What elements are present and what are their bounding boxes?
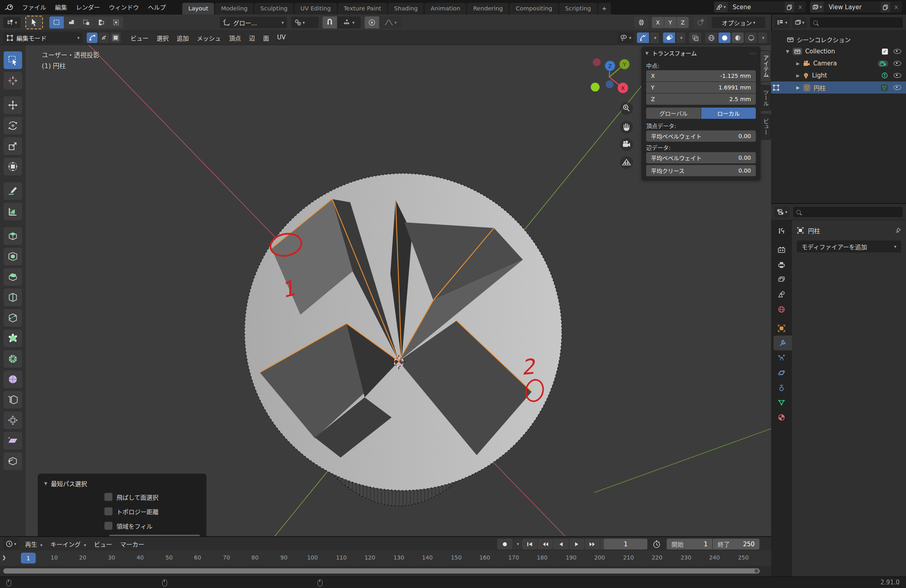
axis-neg-y-ball[interactable] bbox=[591, 83, 600, 92]
record-button[interactable] bbox=[497, 539, 512, 549]
tool-select-box[interactable] bbox=[4, 51, 22, 69]
menu-render[interactable]: レンダー bbox=[71, 3, 104, 11]
collapse-icon[interactable]: ▼ bbox=[44, 481, 47, 486]
proportional-edit-toggle[interactable] bbox=[365, 16, 379, 28]
stopwatch-icon[interactable] bbox=[652, 540, 661, 549]
collection-checkbox[interactable]: ✓ bbox=[882, 49, 888, 55]
tab-layout[interactable]: Layout bbox=[182, 3, 214, 14]
collapse-icon[interactable]: ▼ bbox=[645, 51, 649, 55]
tab-object-data[interactable] bbox=[771, 395, 792, 410]
axis-neg-z-ball[interactable] bbox=[606, 80, 614, 88]
tab-output[interactable] bbox=[771, 257, 792, 272]
visibility-eye-icon[interactable] bbox=[894, 85, 901, 90]
tool-shear[interactable] bbox=[4, 432, 22, 450]
menu-uv[interactable]: UV bbox=[273, 34, 290, 42]
tool-loop-cut[interactable] bbox=[4, 289, 22, 306]
scene-browse-button[interactable]: ▾ bbox=[714, 2, 728, 12]
menu-file[interactable]: ファイル bbox=[18, 3, 51, 11]
vertex-bevel-weight-field[interactable]: 平均ベベルウェイト 0.00 bbox=[646, 130, 756, 142]
pan-button[interactable] bbox=[620, 121, 633, 134]
pivot-point-dropdown[interactable]: ▾ bbox=[291, 17, 318, 28]
menu-add[interactable]: 追加 bbox=[173, 34, 193, 42]
median-y-field[interactable]: Y 1.6991 mm bbox=[646, 82, 756, 93]
disclosure-icon[interactable]: ▶ bbox=[795, 85, 801, 90]
tab-animation[interactable]: Animation bbox=[424, 3, 466, 14]
properties-search-input[interactable] bbox=[793, 207, 903, 217]
tool-settings-dropdown[interactable]: ▾ bbox=[3, 17, 20, 28]
tab-material[interactable] bbox=[771, 410, 792, 425]
mirror-y-button[interactable]: Y bbox=[664, 17, 676, 28]
sidebar-tab-item[interactable]: アイテム bbox=[761, 51, 771, 82]
vertex-select-button[interactable] bbox=[87, 33, 98, 43]
timeline-scrollbar[interactable] bbox=[3, 568, 760, 574]
frame-start-field[interactable]: 開始 1 bbox=[667, 539, 712, 549]
tool-poly-build[interactable] bbox=[4, 330, 22, 347]
timeline-ruler[interactable]: ❯ 1 10 20 30 40 50 60 70 80 90 100 110 1… bbox=[0, 551, 771, 566]
outliner-row-collection[interactable]: ▼ Collection ✓ bbox=[771, 45, 906, 57]
tab-rendering[interactable]: Rendering bbox=[467, 3, 509, 14]
tab-modifiers[interactable] bbox=[773, 336, 792, 350]
menu-select[interactable]: 選択 bbox=[153, 34, 173, 42]
tab-shading[interactable]: Shading bbox=[388, 3, 424, 14]
select-mode-intersect-button[interactable] bbox=[109, 16, 123, 28]
menu-marker[interactable]: マーカー bbox=[116, 540, 148, 548]
tab-uv-editing[interactable]: UV Editing bbox=[294, 3, 337, 14]
tab-texture-paint[interactable]: Texture Paint bbox=[338, 3, 388, 14]
mirror-icon[interactable] bbox=[634, 16, 649, 28]
overlays-toggle[interactable] bbox=[663, 33, 675, 43]
pin-icon[interactable] bbox=[895, 227, 901, 234]
tab-scripting[interactable]: Scripting bbox=[559, 3, 597, 14]
mode-dropdown[interactable]: 編集モード ▾ bbox=[3, 32, 83, 43]
tab-tool[interactable] bbox=[771, 224, 792, 238]
play-reverse-button[interactable] bbox=[553, 539, 569, 549]
mirror-z-button[interactable]: Z bbox=[677, 17, 689, 28]
tab-scene[interactable] bbox=[771, 287, 792, 302]
tab-modeling[interactable]: Modeling bbox=[215, 3, 253, 14]
navigation-gizmo[interactable]: Z Y X bbox=[582, 49, 646, 173]
tab-physics[interactable] bbox=[771, 365, 792, 380]
global-button[interactable]: グローバル bbox=[646, 108, 701, 119]
mirror-x-button[interactable]: X bbox=[652, 17, 664, 28]
disclosure-icon[interactable]: ▶ bbox=[795, 61, 801, 66]
snap-base-icon[interactable] bbox=[693, 16, 708, 28]
tool-rotate[interactable] bbox=[4, 117, 22, 134]
tool-smooth[interactable] bbox=[4, 370, 22, 388]
ortho-toggle-button[interactable] bbox=[620, 156, 633, 169]
faces-skip-checkbox[interactable] bbox=[104, 493, 112, 501]
tool-move[interactable] bbox=[4, 96, 22, 114]
local-button[interactable]: ローカル bbox=[701, 108, 756, 119]
play-button[interactable] bbox=[569, 539, 584, 549]
snap-toggle[interactable] bbox=[322, 16, 337, 28]
frame-end-field[interactable]: 終了 250 bbox=[713, 539, 759, 549]
options-dropdown[interactable]: オプション ▾ bbox=[712, 17, 765, 28]
playhead-badge[interactable]: 1 bbox=[21, 553, 36, 564]
overlays-dropdown[interactable]: ▾ bbox=[676, 33, 685, 43]
current-frame-field[interactable]: 1 bbox=[604, 539, 647, 549]
menu-view-timeline[interactable]: ビュー bbox=[90, 540, 116, 548]
snap-settings-dropdown[interactable]: ▾ bbox=[337, 16, 361, 28]
sidebar-tab-tool[interactable]: ツール bbox=[761, 85, 771, 111]
active-tool-button[interactable] bbox=[25, 16, 43, 29]
unlink-scene-icon[interactable]: × bbox=[794, 4, 806, 11]
light-data-icon[interactable] bbox=[882, 72, 888, 79]
tool-cursor[interactable] bbox=[4, 72, 22, 90]
scene-name[interactable]: Scene bbox=[728, 4, 785, 11]
shading-rendered-button[interactable] bbox=[745, 33, 757, 43]
shading-solid-button[interactable] bbox=[718, 33, 731, 43]
select-mode-new-button[interactable] bbox=[49, 16, 64, 28]
edge-select-button[interactable] bbox=[98, 33, 109, 43]
mesh-data-icon[interactable]: ▽ bbox=[881, 84, 888, 91]
transform-orientation-dropdown[interactable]: グロー... ▾ bbox=[220, 17, 287, 28]
expand-arrow-icon[interactable]: ❯ bbox=[2, 555, 6, 560]
tab-render[interactable] bbox=[771, 242, 792, 257]
outliner-row-scene-collection[interactable]: シーンコレクション bbox=[771, 33, 906, 45]
menu-keying[interactable]: キーイング ▾ bbox=[47, 540, 90, 548]
select-mode-extend-button[interactable] bbox=[64, 16, 79, 28]
tab-compositing[interactable]: Compositing bbox=[510, 3, 558, 14]
select-mode-invert-button[interactable] bbox=[94, 16, 108, 28]
menu-playback[interactable]: 再生 ▾ bbox=[21, 540, 47, 548]
sidebar-tab-view[interactable]: ビュー bbox=[761, 114, 771, 140]
menu-window[interactable]: ウィンドウ bbox=[104, 3, 143, 11]
tab-particles[interactable] bbox=[771, 350, 792, 365]
median-x-field[interactable]: X -1.125 mm bbox=[646, 70, 756, 81]
